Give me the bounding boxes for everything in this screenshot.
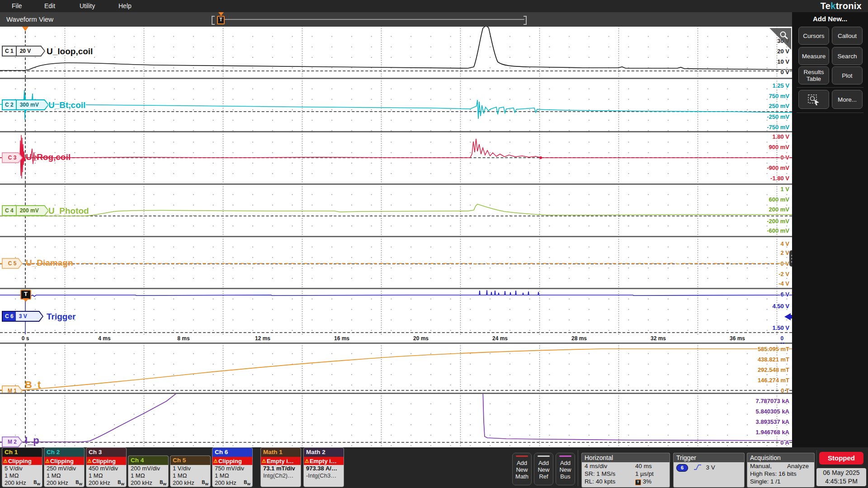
ch3-badge[interactable]: C 3 — [2, 152, 23, 163]
acquisition-panel[interactable]: Acquisition Manual,Analyze High Res: 16 … — [747, 453, 815, 488]
ch2-settings-badge[interactable]: Ch 2 ⚠Clipping 250 mV/div 1 MΩ 200 kHzBW — [44, 447, 85, 487]
bandwidth-limit-icon: BW — [75, 479, 82, 487]
bandwidth-limit-icon: BW — [160, 479, 166, 487]
ch6-waveform — [0, 289, 792, 335]
time-tick-label: 8 ms — [177, 335, 189, 342]
zoom-select-icon — [807, 94, 820, 105]
math2-warning: ⚠Empty i… — [304, 457, 344, 465]
ch4-badge[interactable]: C 4 200 mV — [2, 205, 49, 216]
ch3-label[interactable]: U_Rog,coil — [26, 152, 71, 162]
ch5-axis-label: 0 V — [780, 260, 789, 267]
math2-axis-label: 1.946768 kA — [756, 429, 789, 436]
time-tick-label: 20 ms — [413, 335, 429, 342]
trigger-caret-icon[interactable] — [22, 27, 28, 31]
ch1-settings-badge[interactable]: Ch 1 ⚠Clipping 5 V/div 1 MΩ 200 kHzBW — [2, 447, 42, 487]
time-tick-label: 16 ms — [334, 335, 349, 342]
zoom-select-button[interactable] — [798, 90, 829, 109]
divider — [578, 450, 578, 486]
menu-edit[interactable]: Edit — [44, 2, 55, 9]
ch2-settings-title: Ch 2 — [44, 448, 84, 457]
ch1-waveform — [0, 27, 792, 78]
ch6-settings-title: Ch 6 — [212, 448, 252, 457]
warning-icon: ⚠ — [213, 458, 218, 464]
add-new-bus-button[interactable]: Add New Bus — [556, 453, 575, 485]
ch5-settings-badge[interactable]: Ch 5 1 V/div 1 MΩ 200 kHzBW — [170, 455, 211, 487]
ch1-axis-label: 0 V — [780, 69, 789, 75]
time-tick-label: 24 ms — [492, 335, 508, 342]
warning-icon: ⚠ — [45, 458, 50, 464]
ch6-slice: T 6 V 4.50 V 1.50 V C 6 3 V Trigger — [0, 289, 792, 335]
ch6-settings-badge[interactable]: Ch 6 ⚠Clipping 750 mV/div 1 MΩ 200 kHzBW — [212, 447, 253, 487]
ch4-label[interactable]: U_Photod — [48, 206, 89, 216]
callout-button[interactable]: Callout — [832, 27, 863, 45]
more-button[interactable]: More... — [832, 90, 863, 109]
menu-bar: File Edit Utility Help Tektronix — [0, 0, 868, 12]
ch6-axis-label: 1.50 V — [772, 324, 789, 331]
ch2-axis-label: 750 mV — [769, 93, 789, 99]
search-button[interactable]: Search — [832, 47, 863, 65]
side-panel: Add New... Cursors Callout Measure Searc… — [792, 12, 868, 447]
ch5-waveform — [0, 237, 792, 288]
math2-badge[interactable]: M 2 — [2, 436, 23, 447]
math2-label[interactable]: I_p — [25, 435, 39, 446]
run-stop-status-button[interactable]: Stopped — [819, 452, 863, 465]
math2-axis-label: 0 A — [780, 439, 789, 446]
math1-badge[interactable]: M 1 — [2, 385, 23, 394]
ch4-settings-badge[interactable]: Ch 4 200 mV/div 1 MΩ 200 kHzBW — [128, 455, 169, 487]
ch1-slice: 30 V 20 V 10 V 0 V C 1 20 V U_loop,coil — [0, 27, 792, 79]
overview-trigger-caret-icon — [218, 12, 224, 16]
measure-button[interactable]: Measure — [798, 47, 829, 65]
settings-bar: Ch 1 ⚠Clipping 5 V/div 1 MΩ 200 kHzBW Ch… — [0, 447, 868, 488]
trigger-source-marker[interactable]: T — [20, 290, 31, 300]
overview-left-bracket[interactable] — [212, 16, 215, 25]
ch1-badge[interactable]: C 1 20 V — [2, 46, 45, 56]
ch4-slice: 1 V 600 mV 200 mV -200 mV -600 mV C 4 20… — [0, 185, 792, 237]
math2-settings-badge[interactable]: Math 2 ⚠Empty i… 973.38 A/… -Intg(Ch3… — [303, 447, 344, 487]
horizontal-panel[interactable]: Horizontal 4 ms/div40 ms SR: 1 MS/s1 µs/… — [581, 453, 670, 488]
tektronix-logo: Tektronix — [821, 1, 862, 11]
math2-axis-label: 3.893537 kA — [756, 418, 789, 425]
ch3-axis-label: 900 mV — [769, 144, 789, 150]
ch5-badge[interactable]: C 5 — [2, 258, 23, 269]
trigger-level-value: 3 V — [706, 464, 715, 471]
ch1-label[interactable]: U_loop,coil — [47, 47, 93, 56]
results-table-button[interactable]: Results Table — [798, 66, 829, 84]
math1-settings-badge[interactable]: Math 1 ⚠Empty i… 73.1 mT/div Intg(Ch2)… — [260, 447, 301, 487]
ch6-badge[interactable]: C 6 3 V — [2, 311, 43, 322]
waveform-view-tab-bar: Waveform View T — [0, 12, 792, 27]
trigger-title: Trigger — [674, 453, 744, 462]
overview-trigger-icon[interactable]: T — [217, 16, 225, 24]
ch3-settings-badge[interactable]: Ch 3 ⚠Clipping 450 mV/div 1 MΩ 200 kHzBW — [86, 447, 127, 487]
ch2-axis-label: 1.25 V — [772, 82, 789, 89]
ch4-axis-label: 1 V — [780, 186, 789, 192]
ch5-label[interactable]: U_Diamagn — [26, 258, 73, 268]
overview-pan-zoom-bar[interactable] — [225, 19, 524, 20]
ch4-settings-title: Ch 4 — [128, 456, 168, 465]
trigger-panel[interactable]: Trigger 6 3 V — [673, 453, 745, 488]
ch3-axis-label: 0 V — [780, 154, 789, 161]
time-tick-label: 0 s — [22, 335, 29, 342]
ch6-label[interactable]: Trigger — [47, 312, 75, 322]
ch2-axis-label: -250 mV — [767, 113, 789, 120]
time-tick-label: 12 ms — [255, 335, 270, 342]
menu-help[interactable]: Help — [118, 2, 132, 9]
ch5-settings-title: Ch 5 — [170, 456, 210, 465]
magnifier-icon — [779, 30, 789, 40]
menu-file[interactable]: File — [12, 2, 22, 9]
math1-slice: 585.095 mT 438.821 mT 292.548 mT 146.274… — [0, 344, 792, 394]
time-axis: 0 s 4 ms 8 ms 12 ms 16 ms 20 ms 24 ms 28… — [0, 335, 792, 344]
ch5-slice: 4 V 2 V 0 V -2 V -4 V C 5 U_Diamagn — [0, 237, 792, 289]
ch2-badge[interactable]: C 2 300 mV — [2, 99, 49, 110]
add-new-ref-button[interactable]: Add New Ref — [534, 453, 553, 485]
ch2-label[interactable]: U_Bt,coil — [48, 100, 85, 110]
overview-right-bracket[interactable] — [524, 16, 527, 25]
add-new-math-button[interactable]: Add New Math — [512, 453, 532, 485]
math1-label[interactable]: B_t — [25, 379, 41, 391]
math1-axis-label: 438.821 mT — [758, 356, 789, 363]
menu-utility[interactable]: Utility — [80, 2, 95, 9]
plot-button[interactable]: Plot — [832, 66, 863, 84]
math1-axis-label: 292.548 mT — [758, 366, 789, 373]
trigger-level-arrow-icon[interactable] — [784, 313, 791, 320]
cursors-button[interactable]: Cursors — [798, 27, 829, 45]
ch4-axis-label: -200 mV — [767, 218, 789, 225]
